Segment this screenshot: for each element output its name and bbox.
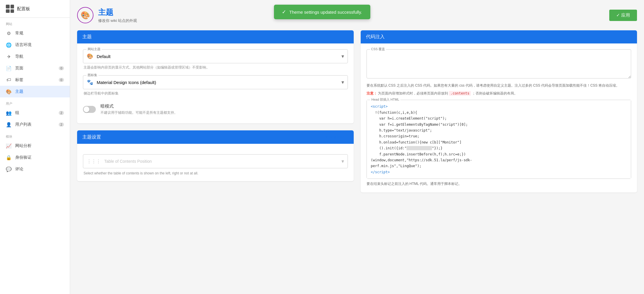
- sidebar-item-nav[interactable]: ✈ 导航: [0, 51, 70, 62]
- coming-soon-badge: coming soon: [321, 134, 348, 140]
- theme-settings-card: 主题设置 coming soon ⋮⋮⋮ Table of Contents P…: [77, 130, 354, 181]
- analytics-icon: 📈: [6, 143, 12, 149]
- sidebar-item-label: 用户列表: [15, 122, 32, 127]
- page-icon: 📄: [6, 65, 12, 71]
- sidebar-item-label: 导航: [15, 54, 23, 59]
- icon-set-label: 图标集: [86, 73, 98, 77]
- css-override-group: CSS 覆盖: [367, 49, 631, 79]
- sidebar-item-auth[interactable]: 🔒 身份验证: [0, 152, 70, 163]
- main-content: 🎨 主题 修改你 wiki 站点的外观 ✓ 应用 主题 网站主题 🎨: [70, 0, 644, 294]
- sidebar-item-locale[interactable]: 🌐 语言环境: [0, 39, 70, 51]
- palette-small-icon: 🎨: [87, 53, 93, 60]
- code-injection-body: CSS 覆盖 要在系统默认 CSS 之后注入的 CSS 代码。如果您有大量的 c…: [361, 43, 637, 192]
- toc-select-wrapper[interactable]: ⋮⋮⋮ Table of Contents Position Left Righ…: [83, 154, 348, 168]
- sidebar-item-label: 主题: [15, 89, 23, 94]
- page-title: 主题: [98, 7, 137, 18]
- toc-select[interactable]: Table of Contents Position Left Right No…: [104, 159, 341, 164]
- icon-set-group: 图标集 🐾 Material Design Icons (default) ▾ …: [83, 75, 348, 96]
- comment-icon: 💬: [6, 166, 12, 172]
- theme-card: 主题 网站主题 🎨 Default ▾ 主题会影响内容页的显示方式。其他网站部分…: [77, 30, 354, 123]
- globe-icon: 🌐: [6, 42, 12, 48]
- dark-mode-row: 暗模式 不建议用于辅助功能。可能不是所有主题都支持。: [83, 101, 348, 118]
- toc-hint: Select whether the table of contents is …: [83, 171, 348, 175]
- sidebar-item-label: 组: [15, 110, 19, 116]
- theme-settings-header: 主题设置 coming soon: [77, 130, 354, 144]
- lock-icon: 🔒: [6, 155, 12, 160]
- sidebar-item-label: 网站分析: [15, 143, 32, 148]
- palette-icon: 🎨: [81, 11, 90, 20]
- notice-label: 注意：: [367, 91, 377, 95]
- dark-mode-hint: 不建议用于辅助功能。可能不是所有主题都支持。: [100, 110, 178, 115]
- site-theme-group: 网站主题 🎨 Default ▾ 主题会影响内容页的显示方式。其他网站部分（如编…: [83, 49, 348, 70]
- paw-icon: 🐾: [87, 79, 93, 85]
- page-header-left: 🎨 主题 修改你 wiki 站点的外观: [77, 7, 137, 23]
- pages-badge: 0: [59, 66, 64, 70]
- notice-text-part1: 为页面内容增加样式时，必须将页面内容放到: [378, 91, 448, 95]
- icon-set-select-wrapper[interactable]: 🐾 Material Design Icons (default) ▾: [83, 75, 348, 89]
- theme-settings-title: 主题设置: [82, 134, 101, 140]
- notice-class: .contents: [449, 91, 471, 96]
- sidebar-section-site: 网站: [0, 18, 70, 27]
- head-html-label: Head 部插入 HTML: [370, 97, 400, 102]
- page-header-text: 主题 修改你 wiki 站点的外观: [98, 7, 137, 23]
- page-subtitle: 修改你 wiki 站点的外观: [98, 18, 137, 23]
- sidebar-item-label: 标签: [15, 77, 23, 83]
- theme-card-header: 主题: [77, 30, 354, 43]
- sidebar-item-users[interactable]: 👤 用户列表 2: [0, 119, 70, 130]
- theme-settings-body: ⋮⋮⋮ Table of Contents Position Left Righ…: [77, 144, 354, 181]
- nav-icon: ✈: [6, 54, 12, 60]
- sidebar-item-label: 评论: [15, 167, 23, 172]
- sidebar-item-label: 常规: [15, 31, 23, 36]
- toc-chevron-icon: ▾: [341, 158, 344, 164]
- css-label: CSS 覆盖: [370, 47, 386, 51]
- theme-card-body: 网站主题 🎨 Default ▾ 主题会影响内容页的显示方式。其他网站部分（如编…: [77, 43, 354, 123]
- sidebar-item-groups[interactable]: 👥 组 2: [0, 107, 70, 119]
- groups-badge: 2: [59, 111, 64, 115]
- theme-settings-header-row: 主题设置 coming soon: [82, 134, 348, 140]
- notice-text: 注意： 为页面内容增加样式时，必须将页面内容放到 .contents ；否则会破…: [367, 91, 631, 96]
- sidebar-item-comments[interactable]: 💬 评论: [0, 163, 70, 175]
- dark-mode-text: 暗模式 不建议用于辅助功能。可能不是所有主题都支持。: [100, 104, 178, 115]
- apply-button[interactable]: ✓ 应用: [609, 10, 637, 21]
- user-icon: 👤: [6, 122, 12, 127]
- sidebar-item-label: 页面: [15, 66, 23, 71]
- left-column: 主题 网站主题 🎨 Default ▾ 主题会影响内容页的显示方式。其他网站部分…: [77, 30, 354, 192]
- sidebar-item-tags[interactable]: 🏷 标签 0: [0, 74, 70, 86]
- users-badge: 2: [59, 123, 64, 127]
- sidebar-item-pages[interactable]: 📄 页面 0: [0, 62, 70, 74]
- head-html-code[interactable]: <script> !(function(c,i,e,b){ var h=i.cr…: [367, 100, 631, 178]
- sidebar-item-analytics[interactable]: 📈 网站分析: [0, 140, 70, 152]
- site-theme-hint: 主题会影响内容页的显示方式。其他网站部分（如编辑器或管理区域）不受影响。: [83, 65, 348, 70]
- notice-text-part2: ；否则会破坏编辑器的布局。: [472, 91, 518, 95]
- site-theme-label: 网站主题: [86, 47, 102, 51]
- sidebar-logo: 配置板: [0, 0, 70, 18]
- page-header-icon: 🎨: [77, 7, 93, 23]
- sidebar-item-label: 语言环境: [15, 42, 32, 48]
- site-theme-select-wrapper[interactable]: 🎨 Default ▾: [83, 49, 348, 63]
- code-injection-header: 代码注入: [361, 30, 637, 43]
- gear-icon: ⚙: [6, 30, 12, 36]
- sidebar-logo-label: 配置板: [17, 6, 30, 12]
- right-column: 代码注入 CSS 覆盖 要在系统默认 CSS 之后注入的 CSS 代码。如果您有…: [361, 30, 637, 192]
- toggle-thumb: [84, 106, 89, 112]
- css-textarea[interactable]: [367, 49, 631, 78]
- toast-icon: ✓: [282, 9, 286, 15]
- tag-icon: 🏷: [6, 77, 12, 83]
- theme-icon: 🎨: [6, 89, 12, 94]
- site-theme-select[interactable]: Default: [97, 54, 341, 59]
- sidebar-section-modules: 模块: [0, 130, 70, 140]
- sidebar-item-theme[interactable]: 🎨 主题: [0, 86, 70, 97]
- tags-badge: 0: [59, 78, 64, 82]
- toast-message: Theme settings updated successfully.: [289, 10, 362, 15]
- cards-grid: 主题 网站主题 🎨 Default ▾ 主题会影响内容页的显示方式。其他网站部分…: [77, 30, 637, 192]
- groups-icon: 👥: [6, 110, 12, 116]
- icon-set-select[interactable]: Material Design Icons (default): [97, 80, 341, 85]
- sidebar-item-general[interactable]: ⚙ 常规: [0, 27, 70, 39]
- chevron-down-icon-2: ▾: [341, 79, 344, 85]
- code-injection-card: 代码注入 CSS 覆盖 要在系统默认 CSS 之后注入的 CSS 代码。如果您有…: [361, 30, 637, 192]
- chevron-down-icon: ▾: [341, 53, 344, 60]
- toast-notification: ✓ Theme settings updated successfully.: [274, 5, 370, 19]
- toc-grid-icon: ⋮⋮⋮: [87, 159, 101, 164]
- sidebar-item-label: 身份验证: [15, 155, 32, 160]
- dark-mode-toggle[interactable]: [83, 106, 96, 113]
